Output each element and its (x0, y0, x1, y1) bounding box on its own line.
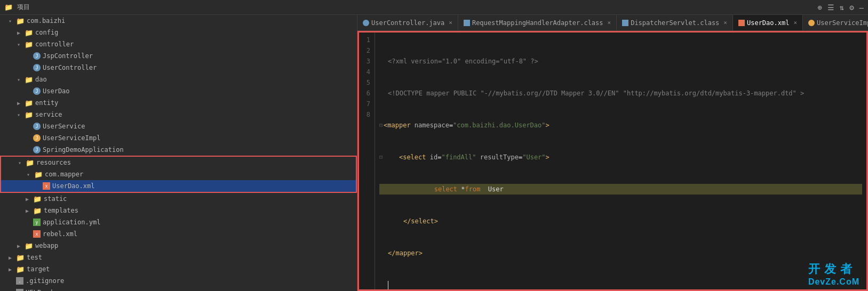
expand-arrow: ▾ (27, 172, 33, 177)
tab-userserviceimpl[interactable]: UserServiceImpl.java × (803, 15, 868, 30)
tab-usercontroller[interactable]: UserController.java × (357, 15, 458, 30)
expand-arrow: ▾ (17, 42, 23, 47)
tree-label: UserDao (43, 87, 70, 95)
tree-label: UserDao.xml (52, 182, 94, 190)
tree-item-static[interactable]: ▶ 📁 static (0, 193, 357, 205)
tree-item-usercontroller[interactable]: ▶ J UserController (0, 62, 357, 74)
project-tree: ▾ 📁 com.baizhi ▶ 📁 config ▾ 📁 controller… (0, 15, 357, 291)
tab-label: UserDao.xml (747, 19, 789, 27)
code-text (388, 184, 434, 195)
list-icon[interactable]: ☰ (827, 3, 834, 12)
tree-item-jscontroller[interactable]: ▶ J JspController (0, 50, 357, 62)
tab-userdao-xml[interactable]: UserDao.xml × (733, 15, 803, 30)
code-text: = (519, 152, 522, 163)
folder-icon: 📁 (25, 111, 33, 119)
code-text: resultType (476, 152, 518, 163)
settings-icon[interactable]: ⚙ (849, 3, 854, 12)
code-text: mapper (395, 248, 418, 258)
java-icon: J (33, 123, 41, 130)
tree-item-rebel-xml[interactable]: ▶ x rebel.xml (0, 228, 357, 240)
xml-tab-icon (738, 20, 745, 26)
java-icon: J (33, 64, 41, 71)
tab-close-icon[interactable]: × (723, 19, 727, 26)
tree-label: resources (36, 159, 71, 166)
code-line-4: ⊟ <select id="findAll" resultType="User"… (379, 152, 862, 163)
tab-dispatcherservlet[interactable]: DispatcherServlet.class × (617, 15, 733, 30)
tree-item-dao[interactable]: ▾ 📁 dao (0, 74, 357, 85)
tree-item-entity[interactable]: ▶ 📁 entity (0, 97, 357, 109)
code-text: </ (388, 248, 395, 258)
java-icon: J (33, 146, 41, 153)
code-text (384, 152, 399, 163)
tree-label: templates (44, 207, 78, 214)
tab-label: UserServiceImpl.java (817, 19, 868, 27)
code-line-2: <!DOCTYPE mapper PUBLIC "-//mybatis.org/… (379, 88, 862, 99)
file-icon: m (16, 289, 23, 291)
tree-label: config (35, 29, 58, 36)
tree-item-com-mapper[interactable]: ▾ 📁 com.mapper (1, 168, 356, 180)
tree-item-userserviceimpl[interactable]: ▶ J UserServiceImpl (0, 132, 357, 144)
tree-label: application.yml (43, 219, 100, 226)
tree-item-templates[interactable]: ▶ 📁 templates (0, 205, 357, 216)
tree-item-controller[interactable]: ▾ 📁 controller (0, 38, 357, 50)
editor-with-border: 1 2 3 4 5 6 7 8 <?xml version="1.0" enco… (357, 31, 868, 291)
tab-label: RequestMappingHandlerAdapter.class (472, 19, 603, 27)
expand-arrow: ▶ (9, 255, 15, 261)
expand-arrow: ▶ (17, 100, 23, 106)
tree-item-springdemoapplication[interactable]: ▶ J SpringDemoApplication (0, 144, 357, 156)
tree-item-webapp[interactable]: ▶ 📁 webapp (0, 240, 357, 252)
code-text: > (546, 120, 550, 131)
add-icon[interactable]: ⊕ (817, 3, 822, 12)
minimize-icon[interactable]: — (859, 3, 864, 12)
folder-icon: 📁 (33, 207, 42, 215)
project-icon: 📁 (4, 3, 13, 11)
tab-close-icon[interactable]: × (608, 19, 611, 26)
code-line-6: </select> (379, 216, 862, 227)
sort-icon[interactable]: ⇅ (840, 3, 844, 12)
code-text: * (457, 184, 465, 195)
folder-icon: 📁 (25, 41, 33, 48)
tree-label: SpringDemoApplication (43, 146, 124, 153)
java-orange-tab-icon (808, 20, 815, 26)
folder-icon: 📁 (26, 159, 34, 167)
tree-item-userdao-xml[interactable]: ▶ x UserDao.xml (1, 180, 356, 192)
tree-label: HELP.md (26, 289, 53, 291)
tab-bar: UserController.java × RequestMappingHand… (357, 15, 868, 31)
code-text: = (437, 152, 441, 163)
tree-item-application-yml[interactable]: ▶ y application.yml (0, 216, 357, 228)
code-editor[interactable]: <?xml version="1.0" encoding="utf-8" ?> … (375, 33, 866, 289)
tree-label: rebel.xml (43, 230, 77, 238)
expand-arrow: ▾ (9, 18, 15, 24)
code-line-8[interactable] (379, 280, 862, 289)
fold-icon[interactable]: ⊟ (379, 120, 383, 131)
code-line-3: ⊟ <mapper namespace="com.baizhi.dao.User… (379, 120, 862, 131)
tree-item-target[interactable]: ▶ 📁 target (0, 263, 357, 275)
folder-icon: 📁 (25, 76, 33, 84)
tree-item-gitignore[interactable]: ▶ . .gitignore (0, 275, 357, 287)
tab-close-icon[interactable]: × (449, 19, 452, 26)
code-text: </ (403, 216, 411, 227)
tree-item-userservice[interactable]: ▶ J UserService (0, 120, 357, 132)
tab-requestmappinghandleradapter[interactable]: RequestMappingHandlerAdapter.class × (458, 15, 617, 30)
cursor (388, 281, 392, 289)
tree-item-resources[interactable]: ▾ 📁 resources (1, 157, 356, 168)
code-text: <!DOCTYPE mapper PUBLIC "-//mybatis.org/… (388, 88, 804, 99)
editor-content: 1 2 3 4 5 6 7 8 <?xml version="1.0" enco… (357, 31, 868, 291)
fold-icon[interactable]: ⊟ (379, 152, 383, 163)
tree-label: UserController (43, 64, 97, 71)
tree-item-service[interactable]: ▾ 📁 service (0, 109, 357, 120)
tree-item-help-md[interactable]: ▶ m HELP.md (0, 287, 357, 291)
tree-label: dao (35, 76, 47, 83)
tree-item-com-baizhi[interactable]: ▾ 📁 com.baizhi (0, 15, 357, 27)
expand-arrow: ▶ (26, 196, 32, 202)
tree-item-userdao[interactable]: ▶ J UserDao (0, 85, 357, 97)
tree-label: UserServiceImpl (43, 134, 100, 142)
tab-close-icon[interactable]: × (793, 19, 797, 26)
tree-item-config[interactable]: ▶ 📁 config (0, 27, 357, 38)
tree-label: webapp (35, 242, 58, 249)
code-text: select (411, 216, 434, 227)
line-numbers: 1 2 3 4 5 6 7 8 (359, 33, 375, 289)
tree-item-test[interactable]: ▶ 📁 test (0, 252, 357, 263)
tab-label: DispatcherServlet.class (631, 19, 719, 27)
tree-label: static (44, 195, 67, 203)
